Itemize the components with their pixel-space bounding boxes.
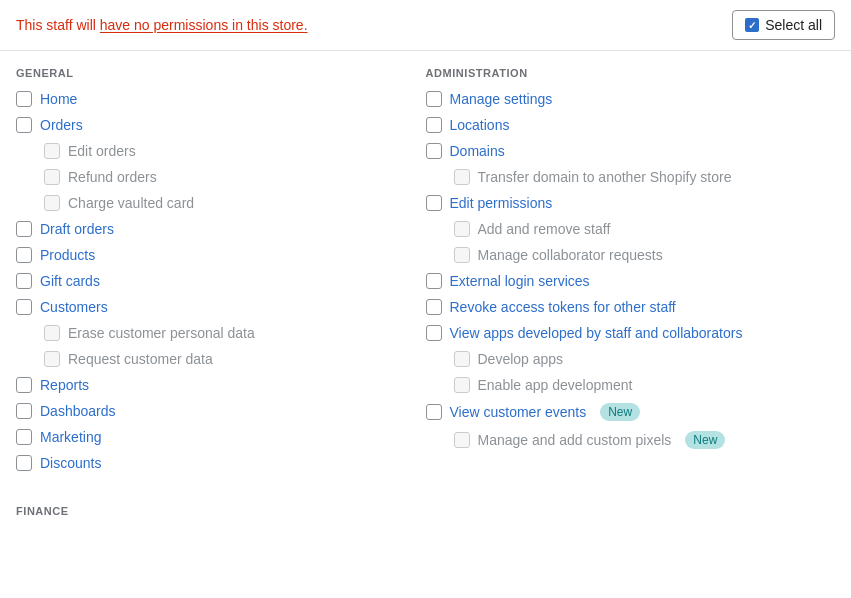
checkbox-discounts[interactable] [16,455,32,471]
permission-item-discounts: Discounts [16,455,406,471]
checkbox-add-remove-staff[interactable] [454,221,470,237]
permission-item-orders: Orders [16,117,406,133]
select-all-check-icon [745,18,759,32]
checkbox-revoke-access[interactable] [426,299,442,315]
warning-message: This staff will have no permissions in t… [16,17,308,33]
checkbox-edit-permissions[interactable] [426,195,442,211]
checkbox-view-customer-events[interactable] [426,404,442,420]
permission-item-erase-customer: Erase customer personal data [44,325,406,341]
permission-item-gift-cards: Gift cards [16,273,406,289]
permission-item-view-apps: View apps developed by staff and collabo… [426,325,816,341]
label-marketing: Marketing [40,429,101,445]
label-transfer-domain: Transfer domain to another Shopify store [478,169,732,185]
label-erase-customer: Erase customer personal data [68,325,255,341]
label-edit-permissions: Edit permissions [450,195,553,211]
label-edit-orders: Edit orders [68,143,136,159]
checkbox-develop-apps[interactable] [454,351,470,367]
checkbox-locations[interactable] [426,117,442,133]
label-draft-orders: Draft orders [40,221,114,237]
checkbox-manage-collaborator[interactable] [454,247,470,263]
select-all-label: Select all [765,17,822,33]
administration-column: ADMINISTRATION Manage settings Locations… [426,67,836,481]
permission-item-manage-custom-pixels: Manage and add custom pixels New [454,431,816,449]
permission-item-manage-settings: Manage settings [426,91,816,107]
badge-new-customer-events: New [600,403,640,421]
permission-item-home: Home [16,91,406,107]
label-manage-custom-pixels: Manage and add custom pixels [478,432,672,448]
checkbox-orders[interactable] [16,117,32,133]
label-discounts: Discounts [40,455,101,471]
permission-item-locations: Locations [426,117,816,133]
permission-item-manage-collaborator: Manage collaborator requests [454,247,816,263]
checkbox-request-customer[interactable] [44,351,60,367]
badge-new-custom-pixels: New [685,431,725,449]
label-domains: Domains [450,143,505,159]
permission-item-refund-orders: Refund orders [44,169,406,185]
general-column: GENERAL Home Orders Edit orders Refund o… [16,67,426,481]
label-charge-vaulted: Charge vaulted card [68,195,194,211]
permission-item-enable-app-dev: Enable app development [454,377,816,393]
label-external-login: External login services [450,273,590,289]
checkbox-charge-vaulted[interactable] [44,195,60,211]
checkbox-external-login[interactable] [426,273,442,289]
top-bar: This staff will have no permissions in t… [0,0,851,51]
checkbox-transfer-domain[interactable] [454,169,470,185]
checkbox-reports[interactable] [16,377,32,393]
permission-item-products: Products [16,247,406,263]
select-all-button[interactable]: Select all [732,10,835,40]
permission-item-develop-apps: Develop apps [454,351,816,367]
permission-item-external-login: External login services [426,273,816,289]
permission-item-reports: Reports [16,377,406,393]
checkbox-customers[interactable] [16,299,32,315]
permission-item-dashboards: Dashboards [16,403,406,419]
label-gift-cards: Gift cards [40,273,100,289]
permission-item-customers: Customers [16,299,406,315]
label-orders: Orders [40,117,83,133]
label-manage-collaborator: Manage collaborator requests [478,247,663,263]
permission-item-request-customer: Request customer data [44,351,406,367]
label-request-customer: Request customer data [68,351,213,367]
checkbox-erase-customer[interactable] [44,325,60,341]
general-header: GENERAL [16,67,406,79]
checkbox-dashboards[interactable] [16,403,32,419]
permissions-grid: GENERAL Home Orders Edit orders Refund o… [0,51,851,497]
label-view-customer-events: View customer events [450,404,587,420]
checkbox-manage-custom-pixels[interactable] [454,432,470,448]
label-view-apps: View apps developed by staff and collabo… [450,325,743,341]
label-refund-orders: Refund orders [68,169,157,185]
label-develop-apps: Develop apps [478,351,564,367]
finance-header: FINANCE [0,505,851,517]
label-dashboards: Dashboards [40,403,116,419]
checkbox-draft-orders[interactable] [16,221,32,237]
permission-item-view-customer-events: View customer events New [426,403,816,421]
label-reports: Reports [40,377,89,393]
label-revoke-access: Revoke access tokens for other staff [450,299,676,315]
permission-item-draft-orders: Draft orders [16,221,406,237]
checkbox-edit-orders[interactable] [44,143,60,159]
label-add-remove-staff: Add and remove staff [478,221,611,237]
permission-item-marketing: Marketing [16,429,406,445]
checkbox-marketing[interactable] [16,429,32,445]
label-manage-settings: Manage settings [450,91,553,107]
permission-item-edit-permissions: Edit permissions [426,195,816,211]
label-locations: Locations [450,117,510,133]
label-enable-app-dev: Enable app development [478,377,633,393]
permission-item-charge-vaulted: Charge vaulted card [44,195,406,211]
permission-item-transfer-domain: Transfer domain to another Shopify store [454,169,816,185]
checkbox-manage-settings[interactable] [426,91,442,107]
checkbox-home[interactable] [16,91,32,107]
permission-item-revoke-access: Revoke access tokens for other staff [426,299,816,315]
label-home: Home [40,91,77,107]
label-products: Products [40,247,95,263]
administration-header: ADMINISTRATION [426,67,816,79]
checkbox-view-apps[interactable] [426,325,442,341]
checkbox-gift-cards[interactable] [16,273,32,289]
checkbox-domains[interactable] [426,143,442,159]
checkbox-products[interactable] [16,247,32,263]
label-customers: Customers [40,299,108,315]
permission-item-domains: Domains [426,143,816,159]
checkbox-refund-orders[interactable] [44,169,60,185]
checkbox-enable-app-dev[interactable] [454,377,470,393]
permission-item-edit-orders: Edit orders [44,143,406,159]
permission-item-add-remove-staff: Add and remove staff [454,221,816,237]
